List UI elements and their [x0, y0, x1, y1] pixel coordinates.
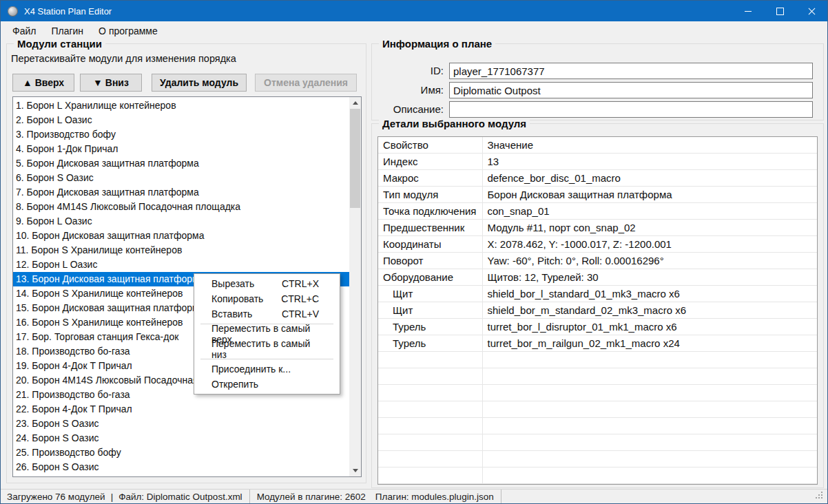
context-menu-item[interactable]: ВырезатьCTRL+X — [194, 276, 340, 291]
details-row — [378, 368, 817, 385]
close-button[interactable] — [796, 1, 827, 21]
status-divider — [249, 490, 250, 503]
details-value-cell: Yaw: -60°, Pitch: 0°, Roll: 0.00016296° — [482, 253, 817, 269]
details-row: ОборудованиеЩитов: 12, Турелей: 30 — [378, 269, 817, 286]
module-list-item[interactable]: 3. Производство бофу — [13, 127, 349, 142]
details-property-cell: Тип модуля — [378, 187, 482, 203]
context-menu-item[interactable]: ВставитьCTRL+V — [194, 306, 340, 322]
status-modules-loaded: Загружено 76 модулей — [7, 492, 105, 502]
details-row: Щитshield_bor_l_standard_01_mk3_macro x6 — [378, 286, 817, 302]
details-row: Индекс13 — [378, 154, 817, 170]
module-list-item[interactable]: 10. Борон Дисковая защитная платформа — [13, 229, 349, 243]
maximize-icon — [776, 8, 784, 15]
details-value-cell: Щитов: 12, Турелей: 30 — [482, 269, 817, 286]
status-divider — [501, 490, 501, 503]
details-property-cell — [378, 468, 482, 484]
details-value-cell — [482, 418, 817, 434]
details-property-cell — [378, 418, 482, 434]
details-row — [378, 434, 817, 451]
chevron-up-icon — [353, 101, 358, 105]
station-modules-title: Модули станции — [14, 38, 105, 50]
details-property-cell: Турель — [378, 319, 482, 335]
app-window: X4 Station Plan Editor ФайлПлагинО прогр… — [0, 0, 828, 504]
details-property-cell — [378, 451, 482, 468]
titlebar[interactable]: X4 Station Plan Editor — [1, 1, 827, 21]
menubar-item-1[interactable]: Файл — [5, 23, 43, 39]
context-menu-item-shortcut: CTRL+X — [282, 278, 319, 289]
details-value-cell — [482, 468, 817, 484]
details-row: Турельturret_bor_l_disruptor_01_mk1_macr… — [378, 319, 817, 335]
resize-grip-icon[interactable] — [821, 492, 822, 493]
module-list-item[interactable]: 25. Производство бофу — [13, 445, 349, 460]
details-row: ПоворотYaw: -60°, Pitch: 0°, Roll: 0.000… — [378, 253, 817, 269]
status-plugin-file: Плагин: modules.plugin.json — [375, 492, 494, 502]
module-list-item[interactable]: 8. Борон 4M14S Люксовый Посадочная площа… — [13, 200, 349, 214]
statusbar: Загружено 76 модулей | Файл: Diplomatic … — [1, 489, 827, 503]
module-list-item[interactable]: 9. Борон L Оазис — [13, 214, 349, 229]
scroll-down-button[interactable] — [349, 465, 361, 476]
details-property-cell: Щит — [378, 286, 482, 302]
list-scrollbar[interactable] — [349, 97, 361, 476]
module-list-item[interactable]: 11. Борон S Хранилище контейнеров — [13, 243, 349, 258]
details-row — [378, 401, 817, 418]
plan-id-input[interactable] — [449, 63, 813, 79]
context-menu-item[interactable]: Присоединить к... — [194, 361, 340, 377]
status-pipe: | — [111, 492, 114, 502]
module-list-item[interactable]: 7. Борон Дисковая защитная платформа — [13, 185, 349, 200]
context-menu-item-label: Вырезать — [211, 278, 254, 289]
details-value-cell — [482, 401, 817, 418]
scroll-up-button[interactable] — [349, 97, 361, 109]
module-list-item[interactable]: 23. Борон S Оазис — [13, 417, 349, 431]
delete-module-button[interactable]: Удалить модуль — [152, 74, 247, 92]
app-icon — [8, 6, 18, 17]
details-property-cell — [378, 434, 482, 451]
details-row — [378, 352, 817, 368]
chevron-down-icon — [353, 469, 358, 472]
details-row: КоординатыX: 2078.462, Y: -1000.017, Z: … — [378, 236, 817, 253]
window-title: X4 Station Plan Editor — [24, 6, 112, 17]
details-row: Макросdefence_bor_disc_01_macro — [378, 170, 817, 187]
menubar-item-3[interactable]: О программе — [91, 23, 165, 39]
plan-info-title: Информация о плане — [379, 38, 495, 50]
context-menu-item[interactable]: Открепить — [194, 377, 340, 392]
module-list-item[interactable]: 24. Борон S Оазис — [13, 431, 349, 445]
minimize-button[interactable] — [732, 1, 764, 21]
details-row: Точка подключенияcon_snap_01 — [378, 203, 817, 220]
details-property-cell: Предшественник — [378, 220, 482, 236]
menubar-item-2[interactable]: Плагин — [43, 23, 91, 39]
details-property-cell: Координаты — [378, 236, 482, 253]
scrollbar-thumb[interactable] — [350, 109, 360, 208]
details-property-cell: Поворот — [378, 253, 482, 269]
details-property-cell: Турель — [378, 335, 482, 352]
plan-name-input[interactable] — [449, 82, 813, 98]
maximize-button[interactable] — [764, 1, 796, 21]
module-list-item[interactable]: 1. Борон L Хранилище контейнеров — [13, 98, 349, 113]
window-controls — [732, 1, 827, 21]
module-list-item[interactable]: 2. Борон L Оазис — [13, 113, 349, 127]
plan-name-row: Имя: — [372, 82, 823, 98]
details-property-cell: Щит — [378, 302, 482, 319]
details-row: ПредшественникМодуль #11, порт con_snap_… — [378, 220, 817, 236]
details-property-cell: Макрос — [378, 170, 482, 187]
module-list-item[interactable]: 12. Борон L Оазис — [13, 258, 349, 272]
module-list-item[interactable]: 22. Борон 4-Док Т Причал — [13, 402, 349, 417]
details-row — [378, 468, 817, 484]
plan-description-input[interactable] — [449, 101, 813, 118]
move-up-button[interactable]: ▲ Вверх — [12, 74, 74, 92]
module-list-item[interactable]: 6. Борон S Оазис — [13, 171, 349, 185]
context-menu-item[interactable]: КопироватьCTRL+C — [194, 291, 340, 306]
details-value-cell — [482, 352, 817, 368]
move-down-button[interactable]: ▼ Вниз — [80, 74, 142, 92]
module-list-item[interactable]: 5. Борон Дисковая защитная платформа — [13, 156, 349, 171]
details-value-cell: 13 — [482, 154, 817, 170]
undo-delete-button: Отмена удаления — [255, 74, 357, 92]
module-list-item[interactable]: 26. Борон S Оазис — [13, 460, 349, 474]
details-property-cell — [378, 352, 482, 368]
module-details-panel: Детали выбранного модуля СвойствоЗначени… — [371, 123, 824, 488]
module-list-item[interactable]: 4. Борон 1-Док Причал — [13, 142, 349, 156]
context-menu: ВырезатьCTRL+XКопироватьCTRL+CВставитьCT… — [194, 273, 340, 395]
details-row: Щитshield_bor_m_standard_02_mk3_macro x6 — [378, 302, 817, 319]
context-menu-item[interactable]: Переместить в самый низ — [194, 342, 340, 357]
details-row: Тип модуляБорон Дисковая защитная платфо… — [378, 187, 817, 203]
status-plugin-modules: Модулей в плагине: 2602 — [257, 492, 366, 502]
